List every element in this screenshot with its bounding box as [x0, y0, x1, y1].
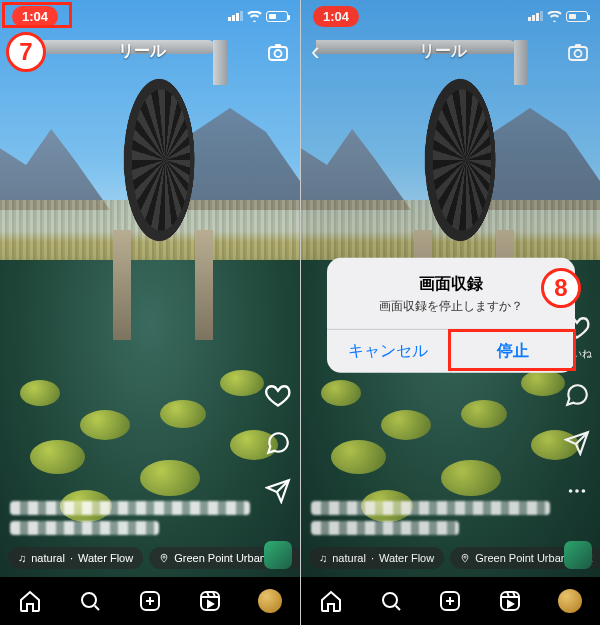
tab-search[interactable] — [378, 588, 404, 614]
comment-button[interactable] — [264, 429, 292, 457]
tab-search[interactable] — [77, 588, 103, 614]
tab-bar — [0, 577, 300, 625]
svg-point-12 — [383, 593, 397, 607]
status-icons — [228, 11, 288, 22]
reel-meta — [10, 501, 250, 541]
svg-rect-0 — [269, 47, 287, 60]
reels-header: ‹ リール — [0, 36, 300, 67]
recording-indicator[interactable]: 1:04 — [12, 6, 58, 27]
reel-chips: ♫ natural · Water Flow Green Point Urban… — [8, 547, 300, 569]
battery-icon — [266, 11, 288, 22]
alert-buttons: キャンセル 停止 — [327, 328, 575, 372]
avatar-icon — [558, 589, 582, 613]
avatar-icon — [258, 589, 282, 613]
lily-pad — [80, 410, 130, 440]
audio-artist: natural — [31, 552, 65, 564]
tab-bar — [301, 577, 600, 625]
scene-pillar — [195, 230, 213, 340]
svg-point-1 — [275, 50, 282, 57]
scene-wheel — [124, 64, 195, 255]
phone-right: 1:04 ‹ リール いいね ♫ natural — [300, 0, 600, 625]
alert-header: 画面収録 画面収録を停止しますか？ — [327, 257, 575, 328]
lily-pad — [20, 380, 60, 406]
music-note-icon: ♫ — [18, 552, 26, 564]
scene-waterwheel — [95, 40, 235, 300]
screen-recording-alert: 画面収録 画面収録を停止しますか？ キャンセル 停止 — [327, 257, 575, 372]
tab-home[interactable] — [17, 588, 43, 614]
scene-mountain — [0, 120, 110, 210]
tab-profile[interactable] — [557, 588, 583, 614]
action-rail — [264, 381, 292, 505]
tab-create[interactable] — [137, 588, 163, 614]
chip-sep: · — [70, 552, 73, 564]
svg-rect-5 — [201, 592, 219, 610]
screenshot-pair: 1:04 ‹ リール ♫ natural · — [0, 0, 600, 625]
lily-pad — [220, 370, 264, 396]
share-button[interactable] — [264, 477, 292, 505]
camera-icon[interactable] — [266, 40, 290, 64]
alert-message: 画面収録を停止しますか？ — [339, 297, 563, 314]
svg-point-3 — [82, 593, 96, 607]
tab-reels[interactable] — [197, 588, 223, 614]
pin-icon — [159, 552, 169, 564]
tab-create[interactable] — [437, 588, 463, 614]
reel-username-blurred — [10, 501, 250, 515]
header-title: リール — [19, 41, 266, 62]
scene-pillar — [113, 230, 131, 340]
svg-point-2 — [163, 556, 165, 558]
svg-rect-14 — [501, 592, 519, 610]
audio-chip[interactable]: ♫ natural · Water Flow — [8, 547, 143, 569]
tab-home[interactable] — [318, 588, 344, 614]
status-bar: 1:04 — [0, 0, 300, 32]
reel-video-frame[interactable] — [0, 0, 300, 577]
alert-stop-button[interactable]: 停止 — [450, 329, 575, 372]
reel-caption-blurred — [10, 521, 159, 535]
phone-left: 1:04 ‹ リール ♫ natural · — [0, 0, 300, 625]
cellular-icon — [228, 11, 243, 21]
tab-reels[interactable] — [497, 588, 523, 614]
tab-profile[interactable] — [257, 588, 283, 614]
alert-title: 画面収録 — [339, 273, 563, 294]
like-button[interactable] — [264, 381, 292, 409]
back-button[interactable]: ‹ — [10, 36, 19, 67]
lily-pad — [160, 400, 206, 428]
remix-audio-button[interactable] — [264, 541, 292, 569]
wifi-icon — [247, 11, 262, 22]
lily-pad — [30, 440, 85, 474]
lily-pad — [140, 460, 200, 496]
alert-cancel-button[interactable]: キャンセル — [327, 329, 451, 372]
audio-track: Water Flow — [78, 552, 133, 564]
